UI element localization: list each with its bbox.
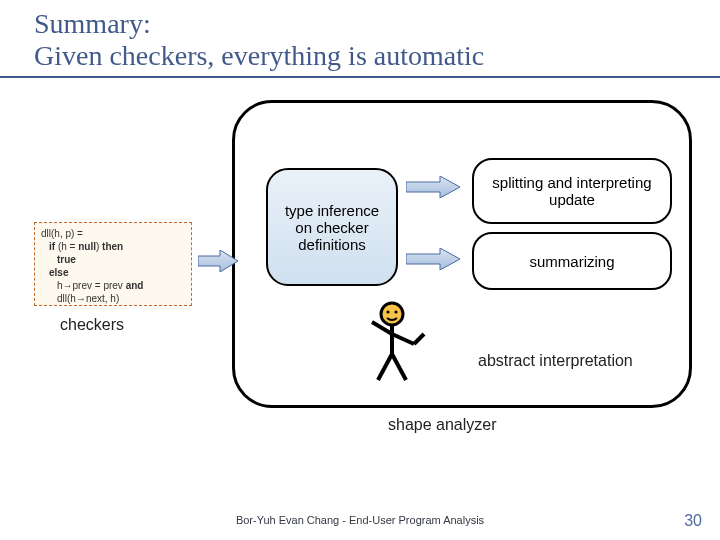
page-number: 30 — [684, 512, 702, 530]
svg-line-6 — [414, 334, 424, 344]
footer-text: Bor-Yuh Evan Chang - End-User Program An… — [0, 514, 720, 526]
code-line-3: true — [41, 253, 185, 266]
svg-line-5 — [392, 334, 414, 344]
type-inference-text: type inference on checker definitions — [276, 202, 388, 253]
arrow-icon — [198, 250, 238, 272]
title-line-1: Summary: — [34, 8, 686, 40]
code-line-5: h→prev = prev and — [41, 279, 185, 292]
shape-analyzer-label: shape analyzer — [388, 416, 497, 434]
type-inference-box: type inference on checker definitions — [266, 168, 398, 286]
svg-point-0 — [381, 303, 403, 325]
svg-point-1 — [386, 310, 389, 313]
title-line-2: Given checkers, everything is automatic — [34, 40, 686, 72]
stick-figure-icon — [362, 300, 434, 386]
code-line-6: dll(h→next, h) — [41, 292, 185, 305]
code-line-1: dll(h, p) = — [41, 227, 185, 240]
arrow-icon — [406, 176, 460, 198]
summarizing-box: summarizing — [472, 232, 672, 290]
svg-point-2 — [394, 310, 397, 313]
checker-code-box: dll(h, p) = if (h = null) then true else… — [34, 222, 192, 306]
checkers-label: checkers — [60, 316, 124, 334]
summarizing-text: summarizing — [529, 253, 614, 270]
code-line-4: else — [41, 266, 185, 279]
abstract-interpretation-label: abstract interpretation — [478, 352, 633, 370]
code-line-2: if (h = null) then — [41, 240, 185, 253]
splitting-text: splitting and interpreting update — [480, 174, 664, 208]
splitting-box: splitting and interpreting update — [472, 158, 672, 224]
svg-line-8 — [392, 354, 406, 380]
svg-line-7 — [378, 354, 392, 380]
arrow-icon — [406, 248, 460, 270]
slide-title: Summary: Given checkers, everything is a… — [0, 0, 720, 78]
